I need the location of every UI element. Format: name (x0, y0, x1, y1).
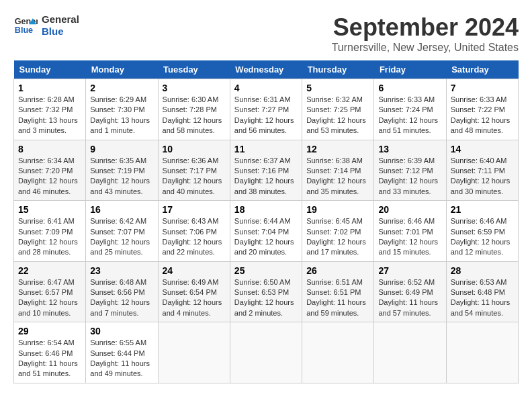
header-tuesday: Tuesday (158, 60, 230, 79)
sunrise-text: Sunrise: 6:33 AM (378, 95, 441, 105)
day-number: 16 (90, 204, 153, 215)
daylight-text: Daylight: 12 hours and 33 minutes. (378, 176, 441, 197)
sunset-text: Sunset: 6:44 PM (90, 349, 153, 359)
day-cell-24: 24 Sunrise: 6:49 AM Sunset: 6:54 PM Dayl… (163, 265, 226, 319)
calendar-header-row: Sunday Monday Tuesday Wednesday Thursday… (14, 60, 519, 79)
day-cell-25: 25 Sunrise: 6:50 AM Sunset: 6:53 PM Dayl… (234, 265, 298, 319)
sunrise-text: Sunrise: 6:49 AM (163, 277, 226, 287)
logo-text-general: General (42, 13, 79, 26)
sunrise-text: Sunrise: 6:28 AM (18, 95, 81, 105)
day-cell-19: 19 Sunrise: 6:45 AM Sunset: 7:02 PM Dayl… (306, 204, 369, 258)
day-number: 27 (378, 265, 441, 276)
sunset-text: Sunset: 7:04 PM (234, 227, 298, 237)
sunset-text: Sunset: 6:54 PM (163, 287, 226, 298)
sunset-text: Sunset: 7:28 PM (163, 105, 226, 115)
daylight-text: Daylight: 11 hours and 54 minutes. (451, 298, 514, 318)
table-row: 9 Sunrise: 6:35 AM Sunset: 7:19 PM Dayli… (86, 140, 158, 201)
day-number: 10 (163, 144, 226, 154)
daylight-text: Daylight: 12 hours and 15 minutes. (378, 237, 441, 258)
sunrise-text: Sunrise: 6:31 AM (234, 95, 298, 105)
day-cell-3: 3 Sunrise: 6:30 AM Sunset: 7:28 PM Dayli… (163, 83, 226, 136)
calendar-title: September 2024 (332, 13, 519, 42)
day-number: 24 (163, 265, 226, 276)
day-cell-12: 12 Sunrise: 6:38 AM Sunset: 7:14 PM Dayl… (306, 144, 369, 197)
sunset-text: Sunset: 7:27 PM (234, 105, 298, 115)
calendar-week-row: 29 Sunrise: 6:54 AM Sunset: 6:46 PM Dayl… (14, 322, 519, 383)
sunset-text: Sunset: 7:14 PM (306, 166, 369, 176)
sunrise-text: Sunrise: 6:52 AM (378, 277, 441, 287)
daylight-text: Daylight: 12 hours and 25 minutes. (90, 237, 153, 258)
table-row: 26 Sunrise: 6:51 AM Sunset: 6:51 PM Dayl… (302, 261, 374, 322)
table-row: 11 Sunrise: 6:37 AM Sunset: 7:16 PM Dayl… (230, 140, 302, 201)
table-row: 14 Sunrise: 6:40 AM Sunset: 7:11 PM Dayl… (446, 140, 518, 201)
daylight-text: Daylight: 12 hours and 30 minutes. (451, 176, 514, 197)
day-number: 25 (234, 265, 298, 276)
day-number: 14 (451, 144, 514, 154)
sunset-text: Sunset: 7:09 PM (18, 227, 81, 237)
sunrise-text: Sunrise: 6:33 AM (451, 95, 514, 105)
day-cell-17: 17 Sunrise: 6:43 AM Sunset: 7:06 PM Dayl… (163, 204, 226, 258)
header-monday: Monday (86, 60, 158, 79)
table-row (302, 322, 374, 383)
calendar-week-row: 1 Sunrise: 6:28 AM Sunset: 7:32 PM Dayli… (14, 79, 519, 140)
day-number: 12 (306, 144, 369, 154)
sunrise-text: Sunrise: 6:30 AM (163, 95, 226, 105)
sunrise-text: Sunrise: 6:37 AM (234, 156, 298, 166)
table-row: 4 Sunrise: 6:31 AM Sunset: 7:27 PM Dayli… (230, 79, 302, 140)
day-cell-21: 21 Sunrise: 6:46 AM Sunset: 6:59 PM Dayl… (451, 204, 514, 258)
daylight-text: Daylight: 12 hours and 2 minutes. (234, 298, 298, 318)
table-row: 22 Sunrise: 6:47 AM Sunset: 6:57 PM Dayl… (14, 261, 86, 322)
sunset-text: Sunset: 7:02 PM (306, 227, 369, 237)
day-number: 7 (451, 83, 514, 93)
daylight-text: Daylight: 11 hours and 51 minutes. (18, 359, 81, 379)
daylight-text: Daylight: 11 hours and 59 minutes. (306, 298, 369, 318)
sunrise-text: Sunrise: 6:42 AM (90, 216, 153, 226)
day-number: 5 (306, 83, 369, 93)
sunrise-text: Sunrise: 6:53 AM (451, 277, 514, 287)
daylight-text: Daylight: 12 hours and 20 minutes. (234, 237, 298, 258)
sunrise-text: Sunrise: 6:50 AM (234, 277, 298, 287)
sunset-text: Sunset: 7:16 PM (234, 166, 298, 176)
daylight-text: Daylight: 12 hours and 4 minutes. (163, 298, 226, 318)
day-cell-2: 2 Sunrise: 6:29 AM Sunset: 7:30 PM Dayli… (90, 83, 153, 136)
table-row (158, 322, 230, 383)
table-row: 18 Sunrise: 6:44 AM Sunset: 7:04 PM Dayl… (230, 201, 302, 262)
daylight-text: Daylight: 12 hours and 38 minutes. (234, 176, 298, 197)
header-friday: Friday (374, 60, 446, 79)
calendar-week-row: 8 Sunrise: 6:34 AM Sunset: 7:20 PM Dayli… (14, 140, 519, 201)
table-row: 16 Sunrise: 6:42 AM Sunset: 7:07 PM Dayl… (86, 201, 158, 262)
day-number: 20 (378, 204, 441, 215)
day-number: 1 (18, 83, 81, 93)
daylight-text: Daylight: 11 hours and 57 minutes. (378, 298, 441, 318)
day-cell-5: 5 Sunrise: 6:32 AM Sunset: 7:25 PM Dayli… (306, 83, 369, 136)
sunset-text: Sunset: 6:57 PM (18, 287, 81, 298)
calendar-week-row: 22 Sunrise: 6:47 AM Sunset: 6:57 PM Dayl… (14, 261, 519, 322)
table-row: 28 Sunrise: 6:53 AM Sunset: 6:48 PM Dayl… (446, 261, 518, 322)
day-number: 9 (90, 144, 153, 154)
sunrise-text: Sunrise: 6:46 AM (451, 216, 514, 226)
day-number: 8 (18, 144, 81, 154)
header-saturday: Saturday (446, 60, 518, 79)
daylight-text: Daylight: 12 hours and 53 minutes. (306, 116, 369, 136)
sunset-text: Sunset: 7:19 PM (90, 166, 153, 176)
sunset-text: Sunset: 6:48 PM (451, 287, 514, 298)
header-thursday: Thursday (302, 60, 374, 79)
daylight-text: Daylight: 12 hours and 48 minutes. (451, 116, 514, 136)
day-cell-27: 27 Sunrise: 6:52 AM Sunset: 6:49 PM Dayl… (378, 265, 441, 319)
daylight-text: Daylight: 13 hours and 3 minutes. (18, 116, 81, 136)
table-row (446, 322, 518, 383)
sunrise-text: Sunrise: 6:40 AM (451, 156, 514, 166)
sunset-text: Sunset: 6:53 PM (234, 287, 298, 298)
sunrise-text: Sunrise: 6:38 AM (306, 156, 369, 166)
day-number: 13 (378, 144, 441, 154)
day-cell-22: 22 Sunrise: 6:47 AM Sunset: 6:57 PM Dayl… (18, 265, 81, 319)
daylight-text: Daylight: 13 hours and 1 minute. (90, 116, 153, 136)
sunrise-text: Sunrise: 6:35 AM (90, 156, 153, 166)
sunset-text: Sunset: 7:07 PM (90, 227, 153, 237)
table-row: 3 Sunrise: 6:30 AM Sunset: 7:28 PM Dayli… (158, 79, 230, 140)
day-number: 15 (18, 204, 81, 215)
calendar-table: Sunday Monday Tuesday Wednesday Thursday… (13, 60, 519, 383)
sunrise-text: Sunrise: 6:41 AM (18, 216, 81, 226)
sunset-text: Sunset: 7:20 PM (18, 166, 81, 176)
sunrise-text: Sunrise: 6:45 AM (306, 216, 369, 226)
